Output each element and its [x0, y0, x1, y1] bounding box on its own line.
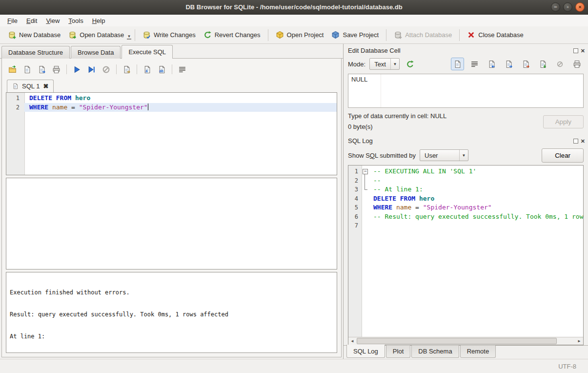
float-dock-icon[interactable]	[573, 48, 578, 53]
tab-plot[interactable]: Plot	[386, 345, 410, 358]
scrollbar-track[interactable]	[356, 337, 575, 345]
revert-changes-icon	[203, 31, 212, 39]
save-sql-file-button[interactable]	[20, 63, 34, 76]
menu-file[interactable]: File	[3, 16, 22, 26]
format-sql-icon	[178, 65, 186, 74]
cell-value: NULL	[351, 76, 367, 83]
replace-button[interactable]: ab	[155, 63, 168, 76]
apply-button[interactable]: Apply	[543, 115, 584, 128]
left-pane: Database Structure Browse Data Execute S…	[0, 44, 344, 359]
print-sql-button[interactable]	[50, 63, 63, 76]
sql-doc-tab-label: SQL 1	[22, 83, 40, 90]
toolbar-separator	[386, 29, 386, 41]
attach-database-button[interactable]: Attach Database	[390, 28, 456, 41]
main-tab-bar: Database Structure Browse Data Execute S…	[0, 44, 343, 59]
title-bar[interactable]: DB Browser for SQLite - /home/user/code/…	[0, 0, 588, 15]
edit-cell-title: Edit Database Cell	[348, 47, 401, 54]
open-sql-file-button[interactable]	[6, 63, 19, 76]
tab-database-structure[interactable]: Database Structure	[1, 46, 70, 59]
scroll-left-icon[interactable]: ◀	[348, 339, 356, 343]
menu-help[interactable]: Help	[88, 16, 110, 26]
execution-message-log[interactable]: Execution finished without errors. Resul…	[6, 272, 337, 353]
open-project-icon	[276, 31, 284, 39]
close-icon[interactable]: ×	[575, 2, 585, 12]
find-icon: a	[143, 65, 151, 74]
word-wrap-button[interactable]	[468, 58, 481, 70]
sql-editor[interactable]: 1DELETE FROM hero2WHERE name = "Spider-Y…	[6, 92, 337, 175]
float-dock-icon[interactable]	[573, 139, 578, 144]
set-null-button[interactable]	[553, 58, 567, 70]
execute-all-button[interactable]	[70, 63, 83, 76]
main-content: Database Structure Browse Data Execute S…	[0, 44, 588, 359]
close-database-icon	[467, 31, 475, 39]
sql-log-view[interactable]: 1-- EXECUTING ALL IN 'SQL 1'2--3-- At li…	[348, 165, 584, 345]
mode-select[interactable]: Text ▼	[369, 58, 400, 70]
open-project-button[interactable]: Open Project	[272, 28, 328, 41]
export-results-button[interactable]	[120, 63, 133, 76]
maximize-icon[interactable]: ▫	[563, 2, 572, 12]
stop-icon	[102, 65, 110, 74]
close-dock-icon[interactable]: ✕	[581, 139, 585, 144]
new-database-button[interactable]: New Database	[4, 28, 64, 41]
cell-editor[interactable]: NULL	[348, 74, 584, 108]
cell-edit-icons	[451, 58, 584, 70]
write-changes-button[interactable]: Write Changes	[139, 28, 200, 41]
tab-execute-sql[interactable]: Execute SQL	[122, 45, 173, 59]
text-mode-button[interactable]	[451, 58, 464, 70]
print-cell-icon	[573, 60, 581, 68]
execute-sql-page: a ab SQL 1 ✖ 1DELETE FROM hero2WHERE nam…	[1, 59, 342, 357]
tab-remote[interactable]: Remote	[460, 345, 496, 358]
save-cell-button[interactable]	[519, 58, 532, 70]
save-sql-file-icon	[23, 65, 31, 74]
menu-view[interactable]: View	[41, 16, 64, 26]
word-wrap-icon	[470, 60, 479, 68]
export-cell-icon	[505, 60, 513, 68]
find-button[interactable]: a	[141, 63, 154, 76]
results-grid[interactable]	[6, 178, 337, 269]
export-cell-button[interactable]	[502, 58, 515, 70]
close-dock-icon[interactable]: ✕	[581, 48, 585, 53]
print-icon	[52, 65, 61, 74]
open-database-dropdown[interactable]: ▾	[127, 31, 131, 40]
cell-size-info: 0 byte(s)	[348, 122, 446, 132]
tab-db-schema[interactable]: DB Schema	[411, 345, 459, 358]
save-project-button[interactable]: Save Project	[327, 28, 383, 41]
stop-execution-button[interactable]	[100, 63, 113, 76]
tab-sql-log[interactable]: SQL Log	[346, 345, 385, 358]
revert-changes-button[interactable]: Revert Changes	[200, 28, 264, 41]
open-sql-file-icon	[8, 65, 17, 74]
menu-edit[interactable]: Edit	[22, 16, 41, 26]
message-line: Result: query executed successfully. Too…	[10, 311, 333, 318]
horizontal-scrollbar[interactable]: ◀ ▶	[348, 337, 583, 345]
menu-tools[interactable]: Tools	[64, 16, 87, 26]
open-database-button[interactable]: Open Database	[64, 28, 128, 41]
tab-browse-data[interactable]: Browse Data	[71, 46, 121, 59]
scroll-right-icon[interactable]: ▶	[575, 339, 583, 343]
sql-doc-tab-bar: SQL 1 ✖	[6, 79, 337, 92]
load-cell-button[interactable]	[536, 58, 549, 70]
import-cell-button[interactable]	[485, 58, 498, 70]
sql-doc-icon	[12, 83, 19, 89]
right-pane: Edit Database Cell ✕ Mode: Text ▼	[344, 44, 588, 359]
close-database-button[interactable]: Close Database	[463, 28, 527, 41]
print-cell-button[interactable]	[570, 58, 584, 70]
encoding-indicator[interactable]: UTF-8	[558, 363, 576, 370]
toolbar-separator	[66, 64, 67, 74]
refresh-cell-button[interactable]	[404, 58, 417, 70]
execute-line-button[interactable]	[85, 63, 98, 76]
toolbar-separator	[268, 29, 268, 41]
minimize-icon[interactable]: −	[551, 2, 560, 12]
scrollbar-thumb[interactable]	[357, 338, 557, 344]
clear-log-button[interactable]: Clear	[542, 148, 584, 163]
close-sql-tab-icon[interactable]: ✖	[43, 83, 48, 90]
menu-bar: File Edit View Tools Help	[0, 15, 588, 26]
new-database-icon	[8, 31, 16, 39]
submitted-by-select[interactable]: User ▼	[420, 149, 468, 161]
chevron-down-icon: ▼	[390, 59, 399, 69]
mode-label: Mode:	[348, 61, 365, 68]
save-sql-as-button[interactable]	[35, 63, 48, 76]
export-results-icon	[122, 65, 131, 74]
sql-doc-tab[interactable]: SQL 1 ✖	[7, 80, 54, 92]
format-sql-button[interactable]	[176, 63, 189, 76]
execute-line-icon	[87, 65, 96, 74]
